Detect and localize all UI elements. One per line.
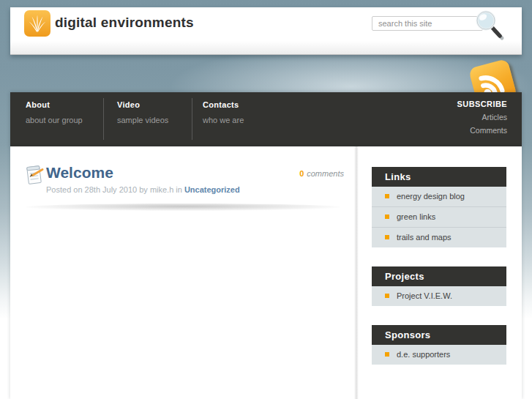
- post-category-link[interactable]: Uncategorized: [184, 185, 240, 194]
- magnifier-icon[interactable]: [473, 8, 508, 43]
- comments-label: comments: [307, 169, 344, 178]
- sidebar: Links energy design blog green links tra…: [372, 167, 506, 384]
- sidebar-link-label: green links: [397, 212, 435, 221]
- subscribe-block: SUBSCRIBE Articles Comments: [457, 100, 507, 135]
- content-area: Welcome Posted on 28th July 2010 by mike…: [10, 146, 522, 399]
- sidebar-link[interactable]: Project V.I.E.W.: [372, 286, 506, 306]
- site-header: digital environments: [10, 7, 522, 55]
- sidebar-link-label: energy design blog: [397, 192, 465, 201]
- sidebar-link[interactable]: d.e. supporters: [372, 345, 506, 365]
- sidebar-link-label: d.e. supporters: [397, 350, 450, 359]
- subscribe-comments-link[interactable]: Comments: [457, 126, 507, 135]
- post-divider: [26, 204, 340, 211]
- bullet-icon: [385, 215, 389, 219]
- nav-sublabel: who we are: [203, 116, 244, 124]
- sidebar-link[interactable]: trails and maps: [372, 227, 506, 247]
- bullet-icon: [385, 294, 389, 298]
- sidebar-section-body: Project V.I.E.W.: [372, 286, 506, 306]
- post-comments-link[interactable]: 0comments: [198, 169, 344, 178]
- sidebar-section-sponsors: Sponsors d.e. supporters: [372, 325, 506, 365]
- post-title[interactable]: Welcome: [46, 164, 113, 182]
- sidebar-link[interactable]: energy design blog: [372, 187, 506, 206]
- bullet-icon: [385, 235, 389, 239]
- comments-count: 0: [299, 169, 304, 178]
- sidebar-section-title: Links: [372, 167, 506, 187]
- nav-divider: [103, 98, 104, 140]
- sidebar-section-title: Sponsors: [372, 325, 506, 345]
- nav-divider: [192, 98, 192, 140]
- sidebar-link-label: trails and maps: [397, 233, 452, 242]
- subscribe-articles-link[interactable]: Articles: [457, 113, 507, 122]
- sidebar-link-label: Project V.I.E.W.: [397, 291, 452, 300]
- sidebar-section-body: d.e. supporters: [372, 345, 506, 365]
- sidebar-section-links: Links energy design blog green links tra…: [372, 167, 506, 247]
- sidebar-section-projects: Projects Project V.I.E.W.: [372, 266, 506, 306]
- sidebar-link[interactable]: green links: [372, 206, 506, 227]
- nav-sublabel: about our group: [26, 116, 83, 124]
- notepad-pencil-icon: [22, 163, 45, 187]
- bullet-icon: [385, 194, 389, 198]
- nav-item-about[interactable]: About about our group: [26, 100, 83, 124]
- nav-item-contacts[interactable]: Contacts who we are: [203, 100, 244, 124]
- post-meta: Posted on 28th July 2010 by mike.h inUnc…: [46, 185, 240, 194]
- nav-label: About: [26, 100, 83, 109]
- nav-label: Video: [117, 100, 168, 109]
- post-meta-text: Posted on 28th July 2010 by mike.h in: [46, 185, 182, 194]
- nav-sublabel: sample videos: [117, 116, 168, 124]
- bullet-icon: [385, 352, 389, 357]
- site-title[interactable]: digital environments: [55, 15, 194, 31]
- search-input[interactable]: [372, 16, 483, 31]
- sidebar-section-title: Projects: [372, 266, 506, 286]
- column-separator: [354, 146, 359, 399]
- nav-label: Contacts: [203, 100, 244, 109]
- subscribe-label: SUBSCRIBE: [457, 100, 507, 108]
- grass-logo-icon[interactable]: [24, 10, 50, 37]
- nav-item-video[interactable]: Video sample videos: [117, 100, 168, 124]
- main-navigation: About about our group Video sample video…: [10, 92, 522, 146]
- sidebar-section-body: energy design blog green links trails an…: [372, 187, 506, 247]
